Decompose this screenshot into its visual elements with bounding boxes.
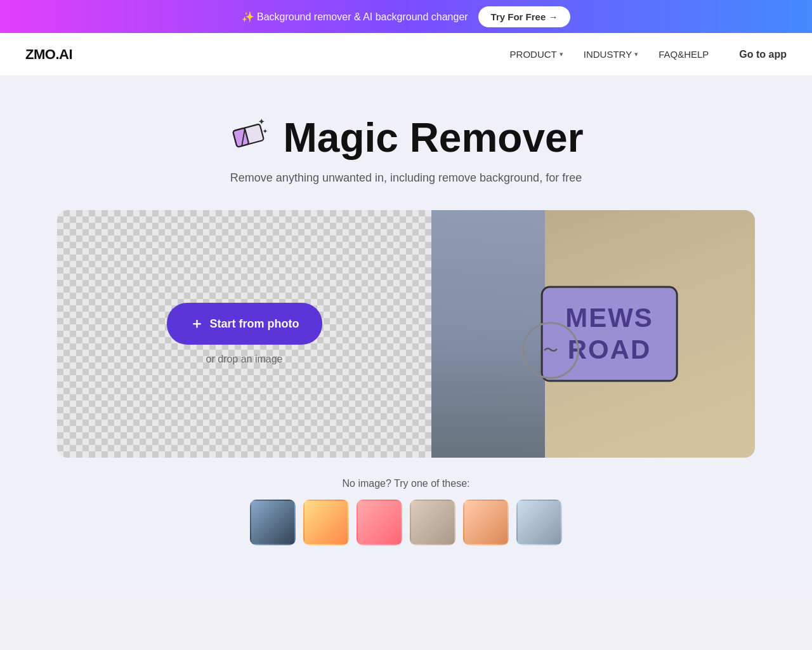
logo[interactable]: ZMO.AI <box>25 46 72 63</box>
eraser-icon: ✦ ✦ <box>228 116 273 160</box>
removal-circle-indicator: 〜 <box>522 322 579 379</box>
svg-text:✦: ✦ <box>263 128 268 135</box>
sign-text-line1: MEWS <box>565 302 653 334</box>
sample-thumb-5[interactable] <box>463 500 509 545</box>
samples-label: No image? Try one of these: <box>343 478 470 489</box>
hero-title-text: Magic Remover <box>283 114 583 161</box>
samples-section: No image? Try one of these: <box>250 478 562 583</box>
hero-title: ✦ ✦ Magic Remover <box>228 114 583 161</box>
sample-thumb-2[interactable] <box>303 500 349 545</box>
sample-thumb-4[interactable] <box>410 500 455 545</box>
squiggle-icon: 〜 <box>543 340 558 361</box>
chevron-down-icon: ▾ <box>634 50 638 58</box>
drop-label: or drop an image <box>206 354 283 365</box>
sample-thumb-1[interactable] <box>250 500 296 545</box>
try-free-button[interactable]: Try For Free → <box>478 6 571 27</box>
upload-section: ＋ Start from photo or drop an image MEWS… <box>57 210 755 458</box>
start-from-photo-button[interactable]: ＋ Start from photo <box>167 303 322 345</box>
banner-text: ✨ Background remover & AI background cha… <box>242 11 468 23</box>
sample-thumb-3[interactable] <box>357 500 402 545</box>
hero-subtitle: Remove anything unwanted in, including r… <box>230 171 582 185</box>
nav-item-faq[interactable]: FAQ&HELP <box>658 49 709 60</box>
navigation: ZMO.AI PRODUCT ▾ INDUSTRY ▾ FAQ&HELP Go … <box>0 33 812 76</box>
upload-drop-zone[interactable]: ＋ Start from photo or drop an image <box>57 210 431 458</box>
go-to-app-link[interactable]: Go to app <box>739 49 787 60</box>
plus-icon: ＋ <box>190 314 204 333</box>
demo-image: MEWS ROAD 〜 <box>431 210 755 458</box>
nav-item-industry[interactable]: INDUSTRY ▾ <box>584 49 638 60</box>
chevron-down-icon: ▾ <box>560 50 563 58</box>
nav-links: PRODUCT ▾ INDUSTRY ▾ FAQ&HELP <box>510 49 709 60</box>
top-banner: ✨ Background remover & AI background cha… <box>0 0 812 33</box>
hero-section: ✦ ✦ Magic Remover Remove anything unwant… <box>0 76 812 596</box>
demo-image-panel: MEWS ROAD 〜 <box>431 210 755 458</box>
nav-item-product[interactable]: PRODUCT ▾ <box>510 49 563 60</box>
samples-row <box>250 500 562 545</box>
sample-thumb-6[interactable] <box>516 500 562 545</box>
